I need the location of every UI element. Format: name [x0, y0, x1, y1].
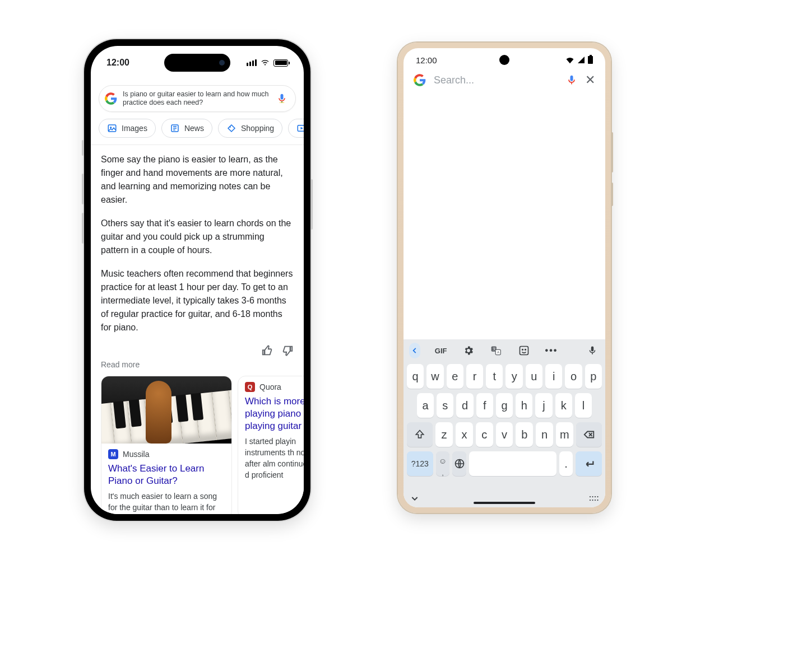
- svg-point-16: [597, 496, 598, 497]
- emoji-key[interactable]: ☺,: [436, 451, 450, 476]
- android-status-bar: 12:00: [404, 54, 605, 66]
- ios-status-bar: 12:00: [91, 56, 304, 69]
- google-logo-icon: [105, 92, 117, 105]
- keyboard-toolbar: GIF 文A •••: [404, 339, 605, 362]
- cell-signal-icon: [578, 57, 585, 63]
- card-title: Which is more playing piano playing guit…: [245, 395, 304, 432]
- ai-answer: Some say the piano is easier to learn, a…: [91, 145, 304, 334]
- kb-settings-icon[interactable]: [461, 343, 475, 358]
- tab-label: News: [184, 124, 204, 133]
- kb-sticker-icon[interactable]: [517, 343, 531, 358]
- svg-point-19: [595, 500, 596, 501]
- ios-time: 12:00: [106, 58, 129, 68]
- keyboard-row: ?123 ☺, .: [404, 449, 605, 478]
- letter-key-c[interactable]: c: [476, 422, 493, 447]
- svg-text:文: 文: [493, 347, 496, 351]
- keyboard-row: qwertyuiop: [404, 362, 605, 391]
- svg-point-18: [592, 500, 593, 501]
- letter-key-x[interactable]: x: [456, 422, 473, 447]
- keyboard-row: zxcvbnm: [404, 420, 605, 449]
- thumbs-up-icon[interactable]: [261, 344, 273, 357]
- kb-mic-icon[interactable]: [586, 343, 600, 358]
- card-thumbnail: [101, 376, 231, 444]
- android-time: 12:00: [416, 55, 437, 65]
- letter-key-l[interactable]: l: [575, 393, 592, 418]
- letter-key-k[interactable]: k: [555, 393, 572, 418]
- video-icon: [296, 123, 304, 133]
- letter-key-j[interactable]: j: [535, 393, 552, 418]
- letter-key-n[interactable]: n: [536, 422, 553, 447]
- tab-news[interactable]: News: [161, 119, 212, 138]
- letter-key-i[interactable]: i: [545, 364, 562, 389]
- letter-key-u[interactable]: u: [526, 364, 542, 389]
- cell-signal-icon: [247, 59, 257, 66]
- letter-key-h[interactable]: h: [516, 393, 532, 418]
- letter-key-t[interactable]: t: [486, 364, 503, 389]
- site-name: Mussila: [123, 450, 149, 459]
- letter-key-y[interactable]: y: [505, 364, 522, 389]
- mic-icon[interactable]: [276, 93, 287, 104]
- tab-videos[interactable]: Vide: [288, 119, 304, 138]
- tab-shopping[interactable]: Shopping: [218, 119, 282, 138]
- gesture-bar[interactable]: [474, 502, 535, 504]
- search-bar[interactable]: Is piano or guitar easier to learn and h…: [99, 85, 296, 112]
- letter-key-p[interactable]: p: [585, 364, 602, 389]
- result-card[interactable]: M Mussila What's Easier to Learn Piano o…: [101, 376, 232, 514]
- iphone-device: 12:00 Is piano or guitar easier to learn…: [84, 39, 310, 521]
- svg-text:A: A: [497, 351, 499, 354]
- news-icon: [170, 123, 180, 133]
- svg-point-11: [525, 349, 526, 351]
- letter-key-s[interactable]: s: [437, 393, 453, 418]
- letter-key-m[interactable]: m: [556, 422, 573, 447]
- letter-key-e[interactable]: e: [447, 364, 463, 389]
- letter-key-q[interactable]: q: [407, 364, 424, 389]
- letter-key-a[interactable]: a: [417, 393, 434, 418]
- letter-key-o[interactable]: o: [565, 364, 582, 389]
- mic-icon[interactable]: [566, 74, 577, 86]
- numbers-key[interactable]: ?123: [407, 451, 433, 476]
- kb-gif-button[interactable]: GIF: [434, 343, 448, 358]
- kb-more-icon[interactable]: •••: [544, 343, 558, 358]
- letter-key-v[interactable]: v: [496, 422, 513, 447]
- chevron-down-icon[interactable]: [410, 494, 419, 503]
- letter-key-r[interactable]: r: [466, 364, 483, 389]
- google-logo-icon: [414, 74, 426, 86]
- svg-point-13: [590, 496, 591, 497]
- close-icon[interactable]: ✕: [585, 73, 595, 87]
- letter-key-w[interactable]: w: [426, 364, 443, 389]
- read-more-link[interactable]: Read more: [91, 357, 304, 376]
- letter-key-f[interactable]: f: [476, 393, 493, 418]
- letter-key-b[interactable]: b: [516, 422, 533, 447]
- keyboard-grid-icon[interactable]: [588, 494, 599, 502]
- space-key[interactable]: [469, 451, 556, 476]
- feedback-row: [91, 344, 304, 357]
- kb-collapse-icon[interactable]: [409, 343, 420, 358]
- tab-label: Images: [122, 124, 147, 133]
- result-card[interactable]: Q Quora Which is more playing piano play…: [238, 376, 304, 514]
- backspace-key[interactable]: [576, 422, 602, 447]
- svg-point-14: [592, 496, 593, 497]
- iphone-screen: 12:00 Is piano or guitar easier to learn…: [91, 46, 304, 514]
- svg-point-20: [597, 500, 598, 501]
- letter-key-g[interactable]: g: [496, 393, 513, 418]
- result-cards: M Mussila What's Easier to Learn Piano o…: [91, 376, 304, 514]
- keyboard: GIF 文A ••• qwertyuiop asdfghjkl zxcvbnm …: [404, 339, 605, 507]
- shift-key[interactable]: [407, 422, 433, 447]
- answer-paragraph: Others say that it's easier to learn cho…: [101, 217, 294, 257]
- letter-key-z[interactable]: z: [435, 422, 453, 447]
- period-key[interactable]: .: [559, 451, 573, 476]
- letter-key-d[interactable]: d: [456, 393, 473, 418]
- tab-images[interactable]: Images: [99, 119, 156, 138]
- site-favicon: Q: [245, 382, 255, 392]
- thumbs-down-icon[interactable]: [281, 344, 294, 357]
- enter-key[interactable]: [576, 451, 602, 476]
- language-key[interactable]: [452, 451, 466, 476]
- kb-translate-icon[interactable]: 文A: [489, 343, 503, 358]
- battery-icon: [273, 59, 288, 67]
- svg-rect-9: [520, 347, 528, 355]
- android-search-bar[interactable]: Search... ✕: [404, 73, 605, 87]
- svg-point-3: [230, 127, 231, 128]
- svg-point-17: [590, 500, 591, 501]
- wifi-icon: [260, 59, 270, 67]
- search-tabs: Images News Shopping Vide: [91, 119, 304, 145]
